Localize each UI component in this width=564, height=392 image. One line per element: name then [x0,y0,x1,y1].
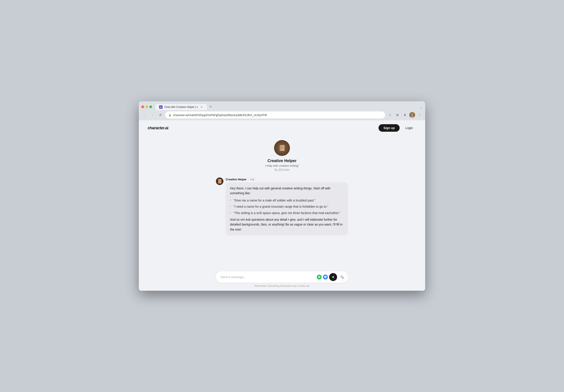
chat-mode-icon[interactable] [323,275,328,280]
new-tab-button[interactable]: + [208,103,214,110]
login-button[interactable]: Login [402,124,416,132]
svg-point-8 [283,145,285,147]
site-logo: character.ai [148,126,168,130]
suggestion-item: "The setting is a scifi space opera, giv… [230,210,344,215]
messages-container: Creative Helper c.ai Hey there, I can he… [216,178,348,239]
chat-area: Creative Helper I help with creative wri… [139,136,425,268]
browser-chrome: c Chat with Creative Helper | c ✕ + ⌄ ‹ … [139,101,425,120]
extensions-button[interactable]: ⧉ [394,112,401,118]
input-row [216,271,348,283]
tab-close-button[interactable]: ✕ [200,105,203,109]
svg-rect-4 [280,145,281,151]
input-icons [317,273,346,281]
minimize-traffic-light[interactable] [145,105,148,108]
forward-button[interactable]: › [149,112,155,118]
green-status-icon[interactable] [317,275,322,280]
browser-window: c Chat with Creative Helper | c ✕ + ⌄ ‹ … [139,101,425,291]
disclaimer-text: Remember: Everything Characters say is m… [254,284,309,287]
character-header: Creative Helper I help with creative wri… [265,140,299,171]
character-author: By @Zuizike [275,168,289,171]
input-area: Remember: Everything Characters say is m… [139,268,425,291]
tabs-row: c Chat with Creative Helper | c ✕ + ⌄ [155,103,423,110]
suggestion-item: "I need a name for a grand mountain rang… [230,204,344,209]
call-button[interactable] [338,273,346,281]
suggestion-item: "Give me a name for a male elf soldier w… [230,198,344,203]
traffic-lights [141,105,152,108]
message-badge: c.ai [248,178,255,181]
suggestions-list: "Give me a name for a male elf soldier w… [230,198,344,215]
message-outro: And so on! Ask questions about any detai… [230,217,344,232]
toolbar-icons: ☆ ⧉ ⬇ ⋮ [387,112,423,118]
character-description: I help with creative writing! [265,164,299,167]
character-name: Creative Helper [268,159,296,163]
profile-avatar[interactable] [409,112,415,118]
address-bar[interactable]: 🔒 character.ai/chat/9ZSDyg3OuPbFgDqGwy3R… [165,112,385,118]
maximize-traffic-light[interactable] [149,105,152,108]
message-input[interactable] [220,275,315,279]
header-actions: Sign up Login [379,124,416,132]
send-button[interactable] [329,273,337,281]
star-button[interactable]: ☆ [387,112,393,118]
signup-button[interactable]: Sign up [379,124,399,132]
message-row: Creative Helper c.ai Hey there, I can he… [216,178,348,235]
message-meta: Creative Helper c.ai [226,178,348,181]
download-button[interactable]: ⬇ [402,112,408,118]
tab-favicon: c [159,105,163,109]
title-bar: c Chat with Creative Helper | c ✕ + ⌄ [139,101,425,110]
site-header: character.ai Sign up Login [139,120,425,136]
tab-title: Chat with Creative Helper | c [164,105,198,109]
close-traffic-light[interactable] [141,105,144,108]
lock-icon: 🔒 [168,113,172,116]
svg-point-1 [411,113,413,115]
svg-rect-11 [218,179,219,183]
message-intro: Hey there, I can help out with general c… [230,186,344,196]
address-bar-row: ‹ › ↺ 🔒 character.ai/chat/9ZSDyg3OuPbFgD… [139,110,425,120]
active-tab[interactable]: c Chat with Creative Helper | c ✕ [155,104,207,110]
back-button[interactable]: ‹ [141,112,148,118]
url-text: character.ai/chat/9ZSDyg3OuPbFgDqGwy3Rps… [173,113,382,117]
message-bubble: Hey there, I can help out with general c… [226,182,348,235]
chrome-menu-button[interactable]: ⋮ [416,112,423,118]
character-avatar [274,140,290,156]
message-avatar [216,178,223,185]
reload-button[interactable]: ↺ [157,112,163,118]
expand-icon[interactable]: ⌄ [420,106,423,109]
message-sender: Creative Helper [226,178,247,181]
page-content: character.ai Sign up Login [139,120,425,291]
message-right: Creative Helper c.ai Hey there, I can he… [226,178,348,235]
